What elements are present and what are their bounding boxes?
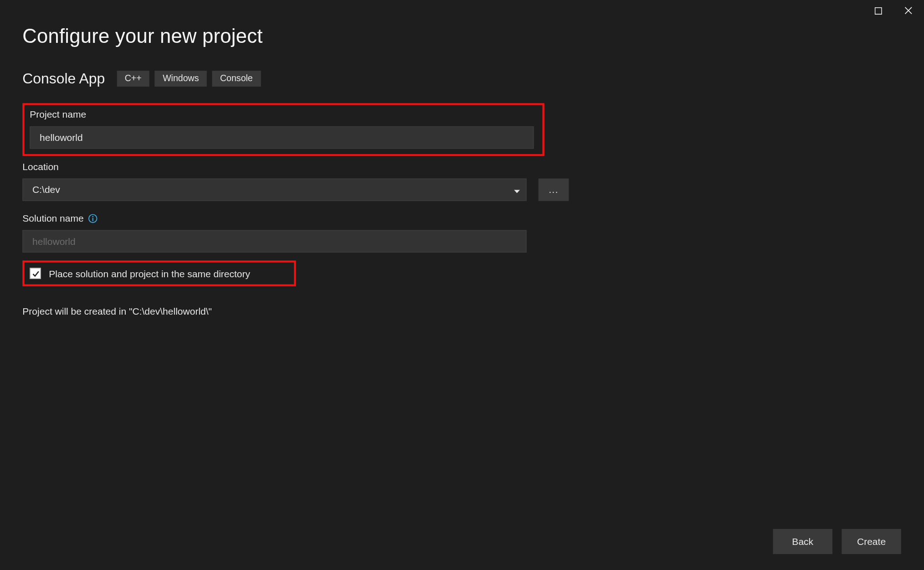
create-button[interactable]: Create <box>842 529 901 554</box>
maximize-button[interactable] <box>863 0 893 21</box>
project-path-note: Project will be created in "C:\dev\hello… <box>22 306 901 316</box>
template-tags: C++ Windows Console <box>117 71 261 87</box>
same-directory-label: Place solution and project in the same d… <box>49 268 250 279</box>
tag-console: Console <box>212 71 261 87</box>
project-name-input[interactable] <box>30 126 534 149</box>
tag-windows: Windows <box>155 71 207 87</box>
solution-name-label-text: Solution name <box>22 213 83 223</box>
checkbox-box[interactable] <box>30 268 41 279</box>
info-icon[interactable] <box>87 213 98 223</box>
browse-button[interactable]: ... <box>539 179 569 201</box>
tag-cpp: C++ <box>117 71 149 87</box>
solution-name-input <box>22 230 526 253</box>
solution-name-label: Solution name <box>22 213 901 223</box>
same-directory-highlight: Place solution and project in the same d… <box>22 260 296 286</box>
svg-rect-6 <box>92 218 93 221</box>
svg-point-5 <box>92 216 94 217</box>
template-name: Console App <box>22 70 105 88</box>
location-label: Location <box>22 161 901 172</box>
location-combobox[interactable] <box>22 179 526 201</box>
back-button[interactable]: Back <box>773 529 833 554</box>
same-directory-checkbox[interactable]: Place solution and project in the same d… <box>28 265 290 281</box>
svg-rect-0 <box>875 7 882 14</box>
window-controls <box>863 0 924 21</box>
project-name-label: Project name <box>30 109 537 119</box>
project-name-highlight: Project name <box>22 103 544 156</box>
location-input[interactable] <box>22 179 526 201</box>
page-title: Configure your new project <box>22 25 901 47</box>
checkmark-icon <box>31 269 39 277</box>
close-button[interactable] <box>893 0 924 21</box>
